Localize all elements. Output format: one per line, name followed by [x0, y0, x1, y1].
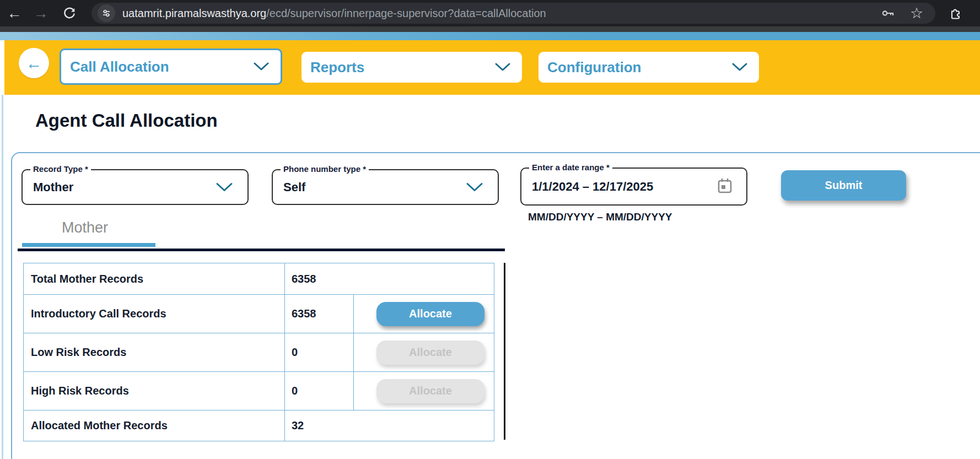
- allocate-button-disabled[interactable]: Allocate: [376, 341, 484, 365]
- app-back-button[interactable]: ←: [19, 48, 49, 78]
- submit-button[interactable]: Submit: [781, 170, 906, 201]
- record-type-value: Mother: [33, 170, 73, 204]
- url-domain: uatamrit.piramalswasthya.org: [122, 7, 266, 19]
- key-icon[interactable]: [881, 7, 896, 22]
- row-label: Allocated Mother Records: [24, 411, 284, 441]
- table-row: Introductory Call Records 6358 Allocate: [24, 294, 494, 333]
- row-label: Low Risk Records: [24, 333, 284, 371]
- row-label: Introductory Call Records: [24, 295, 284, 333]
- screen: ← → uatamrit.piramalswasthya.org/ecd/sup…: [0, 0, 980, 459]
- row-label: Total Mother Records: [24, 263, 284, 294]
- nav-dropdown-call-allocation[interactable]: Call Allocation: [60, 48, 282, 85]
- allocate-button-disabled[interactable]: Allocate: [376, 379, 484, 403]
- browser-toolbar: ← → uatamrit.piramalswasthya.org/ecd/sup…: [0, 0, 980, 26]
- page-title: Agent Call Allocation: [35, 110, 218, 131]
- url-text: uatamrit.piramalswasthya.org/ecd/supervi…: [122, 3, 546, 24]
- site-info-icon[interactable]: [98, 4, 115, 22]
- table-row: High Risk Records 0 Allocate: [24, 371, 494, 410]
- phone-type-value: Self: [283, 170, 305, 204]
- address-bar[interactable]: uatamrit.piramalswasthya.org/ecd/supervi…: [91, 3, 935, 24]
- nav-dropdown-label: Configuration: [547, 59, 641, 76]
- record-type-select[interactable]: Record Type * Mother: [21, 169, 249, 205]
- nav-dropdown-label: Reports: [310, 59, 364, 76]
- chevron-down-icon: [216, 182, 233, 192]
- date-format-hint: MM/DD/YYYY – MM/DD/YYYY: [528, 211, 672, 223]
- nav-dropdown-configuration[interactable]: Configuration: [539, 52, 759, 83]
- chevron-down-icon: [731, 63, 748, 72]
- row-value: 32: [284, 411, 494, 441]
- top-blue-strip: [0, 32, 980, 40]
- left-border-line: [2, 95, 3, 459]
- nav-dropdown-label: Call Allocation: [70, 58, 169, 75]
- row-value: 0: [284, 333, 353, 371]
- chevron-down-icon: [253, 62, 270, 71]
- row-action-cell: Allocate: [353, 372, 494, 410]
- url-path: /ecd/supervisor/innerpage-supervisor?dat…: [266, 7, 546, 19]
- tab-active-indicator: [22, 243, 155, 247]
- bookmark-star-icon[interactable]: ☆: [910, 4, 923, 23]
- row-label: High Risk Records: [24, 372, 284, 410]
- calendar-icon[interactable]: [717, 177, 733, 197]
- browser-reload-icon[interactable]: [58, 0, 80, 26]
- row-value: 6358: [284, 295, 353, 333]
- phone-number-type-select[interactable]: Phone number type * Self: [272, 169, 499, 205]
- back-arrow-icon: ←: [26, 54, 42, 73]
- extensions-icon[interactable]: [949, 7, 962, 23]
- date-range-input[interactable]: Enter a date range * 1/1/2024 – 12/17/20…: [520, 168, 747, 206]
- table-row: Total Mother Records 6358: [24, 263, 494, 294]
- row-action-cell: Allocate: [353, 333, 494, 371]
- row-value: 6358: [284, 263, 494, 294]
- nav-dropdown-reports[interactable]: Reports: [301, 52, 522, 83]
- browser-forward-icon[interactable]: →: [30, 0, 52, 26]
- chevron-down-icon: [494, 63, 511, 72]
- tab-bar: [18, 243, 505, 251]
- browser-back-icon[interactable]: ←: [3, 0, 25, 26]
- table-row: Low Risk Records 0 Allocate: [24, 333, 494, 371]
- toolbar-bottom-strip: [0, 26, 980, 32]
- date-range-value: 1/1/2024 – 12/17/2025: [532, 169, 653, 204]
- table-scrollbar[interactable]: [504, 263, 505, 440]
- allocation-table: Total Mother Records 6358 Introductory C…: [23, 263, 494, 441]
- tab-mother[interactable]: Mother: [62, 219, 108, 236]
- chevron-down-icon: [466, 182, 483, 192]
- allocate-button[interactable]: Allocate: [376, 302, 484, 326]
- row-value: 0: [284, 372, 353, 410]
- table-row: Allocated Mother Records 32: [24, 410, 494, 441]
- row-action-cell: Allocate: [353, 295, 494, 333]
